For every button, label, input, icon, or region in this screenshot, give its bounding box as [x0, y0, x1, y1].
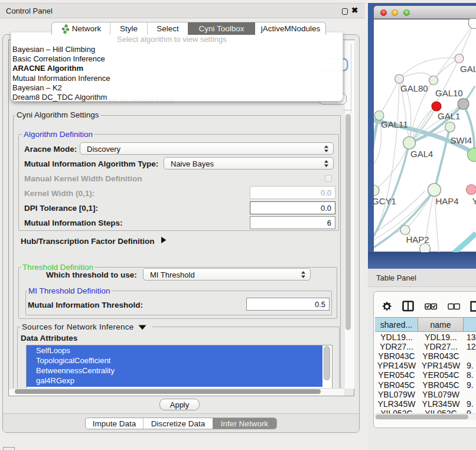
svg-text:SWI4: SWI4 — [451, 135, 472, 145]
svg-text:GAL7: GAL7 — [460, 64, 476, 74]
svg-text:GAL10: GAL10 — [435, 88, 463, 98]
svg-text:GAL11: GAL11 — [381, 119, 408, 129]
svg-text:Y: Y — [472, 196, 476, 206]
svg-text:GAL1: GAL1 — [438, 111, 460, 121]
svg-text:GAL4: GAL4 — [410, 149, 433, 159]
svg-text:HAP4: HAP4 — [436, 196, 459, 206]
svg-text:HAP2: HAP2 — [406, 234, 429, 244]
svg-text:GAL80: GAL80 — [400, 83, 428, 93]
svg-text:GCY1: GCY1 — [374, 196, 396, 206]
